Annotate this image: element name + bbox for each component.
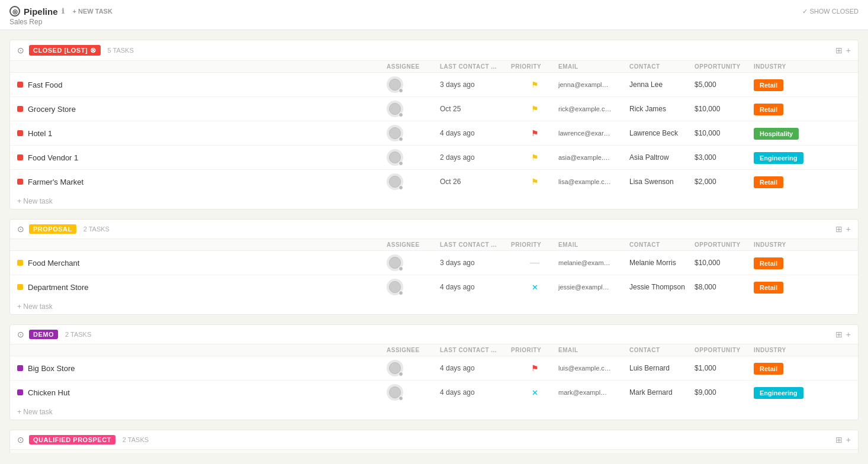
col-opportunity: OPPORTUNITY (695, 63, 754, 70)
opportunity-cell: $1,000 (695, 364, 754, 372)
table-row: Farmer's Market Oct 26 ⚑ lisa@example.c…… (10, 170, 858, 194)
group-demo: ⊙ DEMO 2 TASKS ⊞ + ASSIGNEELAST CONTACT … (9, 324, 859, 420)
task-name-4[interactable]: Farmer's Market (17, 178, 387, 186)
task-name-3[interactable]: Food Vendor 1 (17, 153, 387, 162)
group-closed-lost: ⊙ CLOSED [LOST] ⊗ 5 TASKS ⊞ + ASSIGNEELA… (9, 40, 859, 210)
last-contact: 4 days ago (440, 388, 511, 397)
group-table-icon-proposal[interactable]: ⊞ (835, 224, 843, 234)
avatar (387, 173, 403, 190)
col-assignee: ASSIGNEE (387, 347, 440, 353)
priority-cell: ⚑ (511, 104, 558, 114)
task-name-1[interactable]: Grocery Store (17, 105, 387, 114)
opportunity-cell: $10,000 (695, 259, 754, 267)
avatar (387, 149, 403, 166)
task-label[interactable]: Department Store (28, 283, 89, 292)
col-contact: CONTACT (629, 63, 695, 70)
last-contact: 4 days ago (440, 129, 511, 137)
industry-badge: Retail (754, 104, 783, 115)
col-email: EMAIL (558, 241, 629, 248)
group-chevron-demo[interactable]: ⊙ (17, 330, 24, 339)
group-add-icon-closed-lost[interactable]: + (846, 46, 851, 55)
new-task-link[interactable]: + New task (10, 299, 858, 314)
industry-cell: Retail (754, 80, 813, 89)
header-title: ◎ Pipeline ℹ + NEW TASK (9, 6, 112, 17)
group-label-demo: DEMO (29, 330, 58, 339)
task-dot (17, 130, 23, 136)
industry-cell: Retail (754, 178, 813, 186)
last-contact: Oct 25 (440, 105, 511, 113)
group-add-icon-proposal[interactable]: + (846, 224, 851, 234)
task-dot (17, 365, 23, 371)
table-row: Big Box Store 4 days ago ⚑ luis@example.… (10, 356, 858, 381)
group-header-qualified-prospect: ⊙ QUALIFIED PROSPECT 2 TASKS ⊞ + (10, 430, 858, 450)
email-cell: mark@exampl… (558, 389, 629, 396)
task-name-1[interactable]: Chicken Hut (17, 388, 387, 397)
col-assignee: ASSIGNEE (387, 63, 440, 70)
task-dot (17, 389, 23, 395)
col-priority: PRIORITY (511, 347, 558, 353)
task-label[interactable]: Hotel 1 (28, 129, 52, 138)
assignee-cell (387, 149, 440, 166)
task-label[interactable]: Food Merchant (28, 259, 79, 268)
task-dot (17, 260, 23, 266)
task-label[interactable]: Big Box Store (28, 364, 75, 373)
group-chevron-proposal[interactable]: ⊙ (17, 224, 24, 234)
table-row: Chicken Hut 4 days ago ✕ mark@exampl… Ma… (10, 381, 858, 404)
group-header-proposal: ⊙ PROPOSAL 2 TASKS ⊞ + (10, 220, 858, 239)
email-cell: asia@example.… (558, 154, 629, 161)
col-industry: INDUSTRY (754, 241, 813, 248)
priority-cell: ⚑ (511, 153, 558, 162)
new-task-link[interactable]: + New task (10, 194, 858, 209)
table-row: Hotel 1 4 days ago ⚑ lawrence@exar… Lawr… (10, 121, 858, 146)
group-chevron-qualified-prospect[interactable]: ⊙ (17, 435, 24, 444)
new-task-link[interactable]: + New task (10, 404, 858, 420)
new-task-button[interactable]: + NEW TASK (73, 8, 112, 15)
contact-cell: Melanie Morris (629, 259, 695, 267)
contact-cell: Mark Bernard (629, 388, 695, 397)
task-name-1[interactable]: Department Store (17, 283, 387, 292)
group-table-icon-qualified-prospect[interactable]: ⊞ (835, 435, 843, 444)
show-closed-button[interactable]: ✓ SHOW CLOSED (802, 8, 859, 15)
task-label[interactable]: Grocery Store (28, 105, 76, 114)
email-cell: rick@example.c… (558, 105, 629, 112)
table-row: Food Vendor 1 2 days ago ⚑ asia@example.… (10, 146, 858, 170)
email-cell: jessie@exampl… (558, 283, 629, 291)
opportunity-cell: $2,000 (695, 178, 754, 186)
group-table-icon-demo[interactable]: ⊞ (835, 330, 843, 339)
col-opportunity: OPPORTUNITY (695, 241, 754, 248)
task-label[interactable]: Chicken Hut (28, 388, 70, 397)
opportunity-cell: $8,000 (695, 283, 754, 291)
group-add-icon-demo[interactable]: + (846, 330, 851, 339)
contact-cell: Lisa Swenson (629, 178, 695, 186)
industry-cell: Retail (754, 364, 813, 373)
last-contact: 4 days ago (440, 283, 511, 291)
col-last-contact ...: LAST CONTACT ... (440, 63, 511, 70)
industry-cell: Engineering (754, 388, 813, 397)
email-cell: luis@example.c… (558, 365, 629, 372)
task-dot (17, 106, 23, 112)
group-table-icon-closed-lost[interactable]: ⊞ (835, 46, 843, 55)
assignee-cell (387, 173, 440, 190)
industry-cell: Retail (754, 259, 813, 268)
task-name-0[interactable]: Fast Food (17, 80, 387, 89)
last-contact: 2 days ago (440, 153, 511, 162)
email-cell: lisa@example.c… (558, 178, 629, 185)
col-industry: INDUSTRY (754, 452, 813, 453)
avatar (387, 384, 403, 401)
priority-cell: ⚑ (511, 128, 558, 138)
industry-cell: Engineering (754, 153, 813, 162)
task-label[interactable]: Farmer's Market (28, 178, 83, 186)
col-name (17, 452, 387, 453)
industry-badge: Engineering (754, 152, 803, 164)
table-row: Department Store 4 days ago ✕ jessie@exa… (10, 275, 858, 299)
task-dot (17, 284, 23, 290)
task-name-2[interactable]: Hotel 1 (17, 129, 387, 138)
group-add-icon-qualified-prospect[interactable]: + (846, 435, 851, 444)
task-name-0[interactable]: Food Merchant (17, 259, 387, 268)
task-label[interactable]: Fast Food (28, 80, 63, 89)
task-label[interactable]: Food Vendor 1 (28, 153, 78, 162)
col-industry: INDUSTRY (754, 63, 813, 70)
task-name-0[interactable]: Big Box Store (17, 364, 387, 373)
group-chevron-closed-lost[interactable]: ⊙ (17, 46, 24, 55)
assignee-cell (387, 360, 440, 376)
